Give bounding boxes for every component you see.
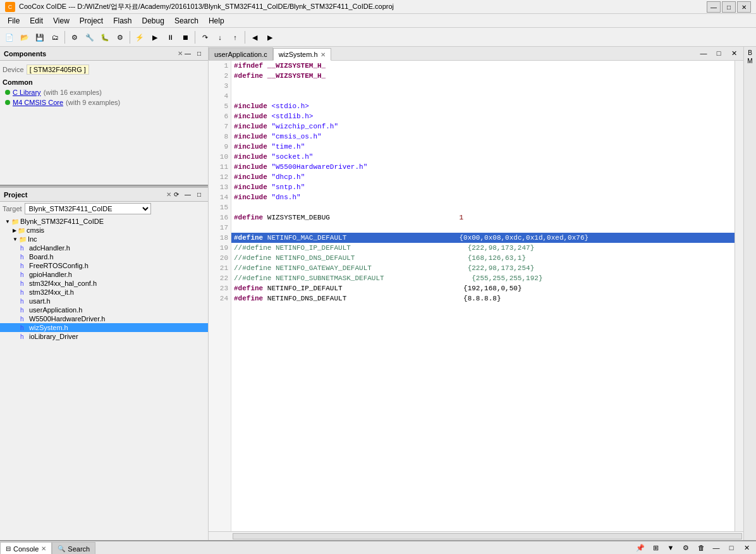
tree-inc[interactable]: ▼ 📁 Inc [0,235,208,243]
tb-stop[interactable]: ⏹ [178,30,192,44]
target-label: Target [3,205,22,212]
components-minimize[interactable]: — [183,49,193,59]
tb-run[interactable]: ▶ [148,30,162,44]
proj-minimize[interactable]: — [183,190,193,200]
vertical-scrollbar[interactable] [735,61,743,531]
tab-minimize[interactable]: — [697,47,710,60]
close-button[interactable]: ✕ [737,1,751,13]
clibrary-link[interactable]: C Library [13,89,41,96]
file-icon-7: h [20,298,28,305]
tb-build[interactable]: ⚙ [68,30,82,44]
tb-open[interactable]: 📂 [18,30,32,44]
ln-20: 20 [209,253,231,263]
menu-help[interactable]: Help [204,15,229,27]
bottom-tab-console[interactable]: ⊟ Console ✕ [0,542,52,554]
tab-wizsystem[interactable]: wizSystem.h ✕ [273,48,331,61]
menu-file[interactable]: File [3,15,25,27]
target-select[interactable]: Blynk_STM32F411_CoIDE [25,203,151,214]
proj-sync[interactable]: ⟳ [171,190,181,200]
cmsis-name: cmsis [27,226,44,234]
tree-stm32hal[interactable]: h stm32f4xx_hal_conf.h [0,279,208,288]
tree-usart[interactable]: h usart.h [0,297,208,305]
tb-settings[interactable]: ⚙ [113,30,127,44]
tree-root[interactable]: ▼ 📁 Blynk_STM32F411_CoIDE [0,217,208,226]
components-close-x: ✕ [178,50,183,57]
bottom-tab-search[interactable]: 🔍 Search [52,542,95,554]
ln-4: 4 [209,91,231,101]
tree-cmsis[interactable]: ▶ 📁 cmsis [0,226,208,235]
code-line-23: #define NETINFO_IP_DEFAULT {192,168,0,50… [231,283,735,293]
console-settings[interactable]: ⚙ [679,541,693,554]
cmsis-link[interactable]: M4 CMSIS Core [13,99,63,106]
console-minimize[interactable]: — [709,541,723,554]
ln-8: 8 [209,132,231,142]
tb-back[interactable]: ◀ [248,30,262,44]
code-line-8: #include "cmsis_os.h" [231,132,735,142]
console-clear[interactable]: 🗑 [694,541,708,554]
tb-fwd[interactable]: ▶ [263,30,277,44]
code-content[interactable]: #ifndef __WIZSYSTEM_H_ #define __WIZSYST… [231,61,735,531]
file-board: Board.h [29,253,54,261]
tab-wizsystem-close[interactable]: ✕ [320,51,326,58]
tab-maximize[interactable]: □ [712,47,726,60]
tree-board[interactable]: h Board.h [0,252,208,261]
menu-project[interactable]: Project [75,15,108,27]
tree-iolibrary[interactable]: h ioLibrary_Driver [0,332,208,341]
tb-new[interactable]: 📄 [3,30,16,44]
tb-save[interactable]: 💾 [33,30,47,44]
inc-folder-icon: 📁 [19,236,27,243]
project-tree: ▼ 📁 Blynk_STM32F411_CoIDE ▶ 📁 cmsis ▼ 📁 [0,216,208,342]
horiz-scroll[interactable] [209,531,743,540]
components-panel: Components ✕ — □ Device [ STM32F405RG ] … [0,47,208,186]
tb-sep3 [195,31,195,44]
tree-freertos[interactable]: h FreeRTOSConfig.h [0,261,208,270]
tree-wizsystem[interactable]: h wizSystem.h [0,323,208,332]
tb-flash[interactable]: ⚡ [133,30,147,44]
code-line-3 [231,81,735,91]
console-open-new[interactable]: ⊞ [649,541,662,554]
tree-userapplication[interactable]: h userApplication.h [0,305,208,314]
code-line-1: #ifndef __WIZSYSTEM_H_ [231,61,735,71]
maximize-button[interactable]: □ [722,1,736,13]
ln-7: 7 [209,121,231,132]
tb-stepinto[interactable]: ↓ [213,30,227,44]
ln-5: 5 [209,101,231,111]
tree-stm32it[interactable]: h stm32f4xx_it.h [0,288,208,297]
window-controls: — □ ✕ [707,1,751,13]
code-editor[interactable]: 1 2 3 4 5 6 7 8 9 10 11 12 13 14 15 16 1… [209,61,743,531]
file-icon-9: h [20,316,28,323]
menu-edit[interactable]: Edit [25,15,48,27]
tb-saveall[interactable]: 🗂 [48,30,62,44]
tree-w5500[interactable]: h W5500HardwareDriver.h [0,314,208,323]
menu-debug[interactable]: Debug [137,15,169,27]
tb-stepover[interactable]: ↷ [198,30,212,44]
code-line-17 [231,223,735,233]
console-tab-close[interactable]: ✕ [41,545,46,552]
menu-flash[interactable]: Flash [108,15,137,27]
hs-track[interactable] [233,533,742,539]
tb-rebuild[interactable]: 🔧 [83,30,97,44]
tab-close-all[interactable]: ✕ [727,47,741,60]
bottom-tab-controls: 📌 ⊞ ▼ ⚙ 🗑 — □ ✕ [633,541,756,554]
tb-stepout[interactable]: ↑ [228,30,242,44]
editor-area: userApplication.c wizSystem.h ✕ — □ ✕ 1 … [209,47,743,540]
tree-adchandler[interactable]: h adcHandler.h [0,243,208,252]
project-content: Target Blynk_STM32F411_CoIDE ▼ 📁 Blynk_S… [0,202,208,540]
root-tri: ▼ [5,219,10,225]
menu-view[interactable]: View [48,15,75,27]
proj-maximize[interactable]: □ [194,190,204,200]
project-panel: Project ✕ ⟳ — □ Target Blynk_STM32F411_C… [0,188,208,540]
console-down[interactable]: ▼ [664,541,678,554]
file-icon-10: h [20,324,28,331]
console-maximize[interactable]: □ [724,541,738,554]
file-icon-2: h [20,254,28,261]
menu-search[interactable]: Search [169,15,204,27]
minimize-button[interactable]: — [707,1,721,13]
console-close[interactable]: ✕ [740,541,753,554]
console-pin[interactable]: 📌 [633,541,647,554]
tb-debug[interactable]: 🐛 [98,30,112,44]
tab-userapplication[interactable]: userApplication.c [209,47,273,60]
tree-gpio[interactable]: h gpioHandler.h [0,270,208,279]
tb-pause[interactable]: ⏸ [163,30,177,44]
components-maximize[interactable]: □ [194,49,204,59]
